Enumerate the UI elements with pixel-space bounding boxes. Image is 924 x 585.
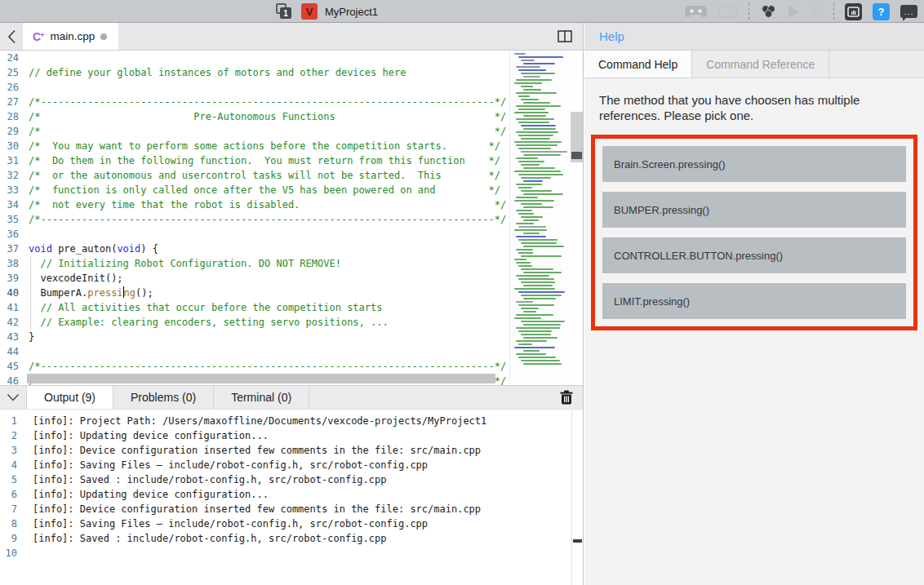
code-line[interactable]	[24, 80, 509, 95]
vex-v5-logo-icon[interactable]: V	[301, 3, 318, 20]
code-area[interactable]: // define your global instances of motor…	[24, 51, 509, 385]
minimap-line	[521, 321, 565, 322]
line-number: 35	[0, 212, 24, 227]
minimap-line	[518, 187, 532, 188]
code-line[interactable]: // Initializing Robot Configuration. DO …	[24, 256, 509, 271]
line-number: 34	[0, 197, 24, 212]
file-tab-label: main.cpp	[50, 30, 95, 42]
clear-console-button[interactable]	[550, 386, 583, 409]
output-lines: [info]: Project Path: /Users/maxoffline/…	[23, 414, 570, 561]
code-line[interactable]: /* You may want to perform some actions …	[24, 139, 509, 153]
minimap-line	[523, 76, 540, 78]
method-option[interactable]: BUMPER.pressing()	[602, 192, 906, 228]
horizontal-scrollbar[interactable]	[27, 374, 495, 383]
minimap-line	[518, 135, 553, 136]
code-line[interactable]	[24, 51, 509, 65]
code-line[interactable]: /* Do them in the following function. Yo…	[24, 153, 509, 168]
method-option[interactable]: CONTROLLER.BUTTON.pressing()	[602, 237, 906, 273]
minimap-line	[518, 357, 556, 358]
code-segment: // define your global instances of motor…	[29, 67, 406, 78]
code-line[interactable]: /*--------------------------------------…	[24, 212, 509, 227]
help-panel-title: Help	[584, 23, 924, 51]
code-line[interactable]: vexcodeInit();	[24, 271, 509, 286]
method-option-label: BUMPER.pressing()	[614, 204, 709, 216]
code-segment: vexcodeInit();	[29, 273, 123, 284]
code-line[interactable]: }	[24, 330, 509, 344]
output-console[interactable]: 12345678910 [info]: Project Path: /Users…	[0, 410, 583, 585]
line-number: 41	[0, 300, 24, 315]
scrollbar-thumb-dark[interactable]	[571, 152, 582, 159]
code-line[interactable]: /* or the autonomous and usercontrol tas…	[24, 168, 509, 183]
output-line: [info]: Updating device configuration...	[23, 428, 570, 443]
help-panel: Help Command HelpCommand Reference The m…	[584, 23, 924, 585]
code-segment: /*--------------------------------------…	[29, 361, 506, 372]
code-line[interactable]: /* */	[24, 124, 509, 139]
split-editor-icon[interactable]	[547, 23, 583, 50]
tab-main-cpp[interactable]: C+ main.cpp	[23, 23, 118, 50]
minimap-line	[521, 73, 555, 74]
minimap-line	[516, 197, 538, 198]
help-tabs: Command HelpCommand Reference	[584, 51, 924, 78]
build-download-icon[interactable]	[760, 2, 777, 21]
controller-icon[interactable]	[685, 2, 707, 21]
help-icon[interactable]: ?	[873, 3, 890, 20]
method-option[interactable]: LIMIT.pressing()	[602, 283, 906, 319]
console-tab-problems[interactable]: Problems (0)	[113, 386, 214, 409]
help-tab-command-reference[interactable]: Command Reference	[692, 51, 829, 78]
console-tab-terminal[interactable]: Terminal (0)	[214, 386, 309, 409]
minimap-line	[523, 180, 543, 182]
minimap-line	[521, 255, 562, 257]
feedback-icon[interactable]: ...	[900, 5, 917, 18]
brain-screen-icon[interactable]	[717, 2, 738, 21]
minimap-line	[523, 115, 546, 117]
output-line-number: 2	[0, 428, 23, 443]
code-line[interactable]: // Example: clearing encoders, setting s…	[24, 315, 509, 330]
minimap-line	[523, 246, 564, 247]
help-tab-command-help[interactable]: Command Help	[584, 51, 692, 78]
minimap-line	[516, 223, 534, 224]
code-line[interactable]: /* not every time that the robot is disa…	[24, 197, 509, 212]
minimap-line	[514, 288, 555, 290]
stop-icon[interactable]	[811, 2, 823, 21]
code-line[interactable]: /*--------------------------------------…	[24, 359, 509, 374]
code-line[interactable]: /*--------------------------------------…	[24, 95, 509, 109]
method-option[interactable]: Brain.Screen.pressing()	[602, 146, 906, 182]
line-number: 32	[0, 168, 24, 183]
code-editor[interactable]: 2425262728293031323334353637383940414243…	[0, 51, 583, 385]
minimap-line	[521, 86, 533, 87]
code-segment: /* Pre-Autonomous Functions */	[29, 111, 506, 122]
chevron-left-icon[interactable]	[0, 23, 23, 50]
line-number: 38	[0, 256, 24, 271]
play-icon[interactable]	[788, 2, 800, 21]
device-info-icon[interactable]	[845, 3, 862, 20]
line-number: 25	[0, 65, 24, 80]
minimap[interactable]	[509, 51, 570, 385]
chevron-down-icon[interactable]	[0, 386, 26, 409]
code-line[interactable]: // define your global instances of motor…	[24, 65, 509, 80]
code-line[interactable]: void pre_auton(void) {	[24, 242, 509, 256]
code-line[interactable]: BumperA.pressing();	[24, 286, 509, 300]
output-line-number: 3	[0, 443, 23, 458]
toolbar-separator	[749, 3, 749, 20]
code-line[interactable]: // All activities that occur before the …	[24, 300, 509, 315]
line-number: 24	[0, 51, 24, 65]
minimap-line	[518, 56, 563, 58]
code-line[interactable]: /* Pre-Autonomous Functions */	[24, 109, 509, 124]
code-line[interactable]	[24, 227, 509, 242]
output-scrollbar-track	[571, 410, 572, 585]
slot-1-icon[interactable]: 1	[274, 2, 292, 20]
code-segment: /*--------------------------------------…	[29, 214, 506, 225]
code-line[interactable]	[24, 344, 509, 359]
console-tab-output[interactable]: Output (9)	[26, 386, 113, 409]
titlebar: 1 V MyProject1	[0, 0, 924, 23]
output-scrollbar-thumb[interactable]	[573, 539, 582, 543]
minimap-line	[516, 249, 533, 250]
line-number: 40	[0, 286, 24, 300]
minimap-line	[518, 265, 532, 267]
minimap-line	[523, 154, 561, 156]
minimap-line	[523, 311, 536, 312]
vertical-scrollbar[interactable]	[571, 51, 583, 385]
code-line[interactable]: /* function is only called once after th…	[24, 183, 509, 197]
titlebar-right-icons: ? ...	[685, 0, 917, 23]
minimap-line	[518, 213, 534, 215]
